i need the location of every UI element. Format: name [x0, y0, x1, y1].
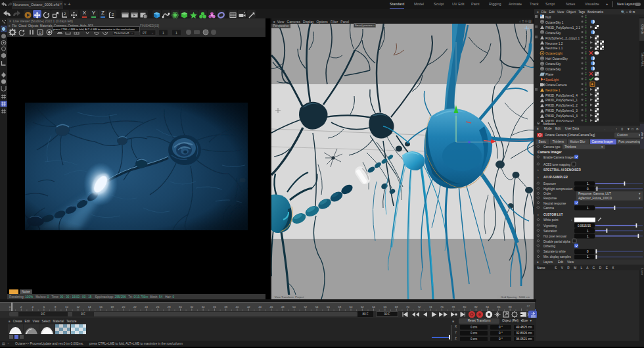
svg-text:Exposure: Exposure [543, 182, 557, 186]
svg-text:-17: -17 [526, 305, 530, 308]
svg-text:Vignetting: Vignetting [543, 224, 557, 228]
svg-text:12: 12 [76, 305, 80, 309]
svg-text:▼: ▼ [638, 192, 641, 195]
svg-text:0.0615/15: 0.0615/15 [578, 224, 591, 228]
svg-text:Basic: Basic [539, 140, 547, 143]
svg-text:84: 84 [486, 305, 489, 309]
svg-text:S V R M L A G D E X: S V R M L A G D E X [555, 266, 616, 270]
svg-text:PM3D_PolySphere1_2: PM3D_PolySphere1_2 [545, 104, 578, 107]
svg-text:R: R [39, 31, 42, 35]
svg-text:88: 88 [509, 305, 512, 309]
svg-text:Neurone 1: Neurone 1 [545, 89, 561, 92]
svg-text:Agfacolor_Futura_100CD: Agfacolor_Futura_100CD [578, 197, 612, 200]
svg-text:26: 26 [156, 305, 160, 309]
svg-text:62: 62 [361, 305, 364, 309]
svg-text:□: □ [632, 128, 633, 131]
svg-text:70: 70 [406, 305, 409, 309]
svg-text:PM3D_PolySphere1_3: PM3D_PolySphere1_3 [545, 109, 578, 112]
svg-text:Name: Name [537, 266, 545, 270]
svg-text:⟳: ⟳ [636, 128, 639, 131]
svg-text:SpotLight: SpotLight [545, 78, 559, 82]
svg-text:User Data: User Data [565, 127, 579, 130]
svg-text:30: 30 [179, 305, 182, 309]
svg-text:56: 56 [327, 305, 330, 309]
svg-text:40: 40 [236, 305, 239, 309]
svg-text:Edit: Edit [555, 127, 561, 130]
svg-text:64: 64 [372, 305, 375, 309]
svg-text:1: 1 [162, 31, 164, 35]
svg-text:22: 22 [133, 305, 137, 309]
svg-text:16: 16 [99, 305, 103, 309]
svg-text:74: 74 [429, 305, 432, 309]
svg-text:Null: Null [545, 16, 551, 19]
svg-text:18: 18 [110, 305, 114, 309]
svg-text:1.: 1. [587, 230, 589, 233]
svg-text:→: → [610, 128, 613, 131]
svg-text:0.: 0. [587, 187, 589, 191]
svg-text:24: 24 [145, 305, 148, 309]
svg-text:78: 78 [451, 305, 455, 309]
svg-text:Order: Order [543, 192, 551, 195]
svg-text:View: View [567, 261, 574, 264]
svg-text:80: 80 [463, 305, 467, 309]
svg-text:Camera Imager: Camera Imager [592, 140, 614, 143]
svg-text:≡: ≡ [537, 127, 539, 130]
svg-text:SPECTRAL AI DENOISER: SPECTRAL AI DENOISER [543, 168, 581, 172]
svg-text:44: 44 [258, 305, 262, 309]
svg-text:60: 60 [350, 305, 353, 309]
svg-text:PM3D_PolySphere1_4: PM3D_PolySphere1_4 [545, 94, 578, 97]
svg-text:82: 82 [474, 305, 478, 309]
svg-text:Enable Camera Imager: Enable Camera Imager [543, 156, 574, 159]
svg-text:Post processing: Post processing [618, 140, 641, 143]
svg-text:≡: ≡ [537, 261, 539, 264]
svg-text:Neurone 1.2: Neurone 1.2 [545, 42, 563, 45]
svg-text:▼: ▼ [627, 128, 630, 131]
svg-text:▼: ▼ [601, 145, 603, 149]
svg-text:Response, Gamma, LUT: Response, Gamma, LUT [578, 192, 611, 195]
svg-text:1.: 1. [587, 235, 589, 238]
svg-text:68: 68 [395, 305, 398, 309]
svg-text:Saturate to white: Saturate to white [543, 250, 566, 253]
svg-text:Min. display samples: Min. display samples [543, 255, 572, 259]
svg-text:↑: ↑ [616, 128, 617, 131]
svg-text:72: 72 [417, 305, 421, 309]
svg-text:OctaneCamera: OctaneCamera [545, 84, 567, 87]
svg-text:CUSTOM LUT: CUSTOM LUT [543, 213, 563, 216]
svg-text:PM3D_PolySphere1_1: PM3D_PolySphere1_1 [545, 99, 578, 102]
svg-text:Edit: Edit [558, 261, 564, 264]
svg-text:Custom: Custom [617, 134, 628, 137]
svg-text:Camera type: Camera type [543, 145, 561, 149]
svg-text:54: 54 [315, 305, 319, 309]
svg-text:Layers: Layers [543, 261, 553, 264]
svg-text:Highlight compression: Highlight compression [543, 187, 573, 191]
svg-text:OctaneLight: OctaneLight [545, 52, 563, 55]
svg-text:AI UP-SAMPLER: AI UP-SAMPLER [543, 176, 568, 179]
svg-text:ACES tone mapping: ACES tone mapping [543, 163, 570, 166]
svg-text:38: 38 [224, 305, 227, 309]
svg-text:28: 28 [168, 305, 171, 309]
svg-text:36: 36 [213, 305, 216, 309]
svg-text:Saturation: Saturation [543, 230, 557, 233]
svg-text:White point: White point [543, 218, 559, 222]
svg-text:PM3D_PolySphere1_3: PM3D_PolySphere1_3 [545, 114, 578, 118]
svg-text:Motion Blur: Motion Blur [570, 140, 586, 143]
svg-text:Camera Imager: Camera Imager [538, 150, 562, 154]
svg-text:76: 76 [440, 305, 444, 309]
svg-text:HdrI OctaneSky: HdrI OctaneSky [545, 57, 568, 61]
svg-text:⚲: ⚲ [621, 128, 623, 131]
svg-text:Plane: Plane [545, 73, 554, 76]
svg-text:10: 10 [65, 305, 68, 309]
svg-text:Hot pixel removal: Hot pixel removal [543, 235, 566, 238]
svg-text:PM3D_PolySphere1_2.1: PM3D_PolySphere1_2.1 [545, 26, 580, 30]
svg-text:OctaneSky 1: OctaneSky 1 [545, 21, 564, 24]
svg-text:86: 86 [497, 305, 501, 309]
svg-text:66: 66 [384, 305, 387, 309]
svg-text:42: 42 [247, 305, 250, 309]
svg-text:Neutral response: Neutral response [543, 202, 566, 205]
svg-text:←: ← [604, 128, 607, 131]
svg-text:Dithering: Dithering [543, 245, 556, 248]
svg-text:OctaneSky: OctaneSky [545, 62, 561, 66]
svg-text:58: 58 [338, 305, 341, 309]
svg-text:48: 48 [281, 305, 285, 309]
svg-text:Thinlens: Thinlens [553, 140, 564, 143]
